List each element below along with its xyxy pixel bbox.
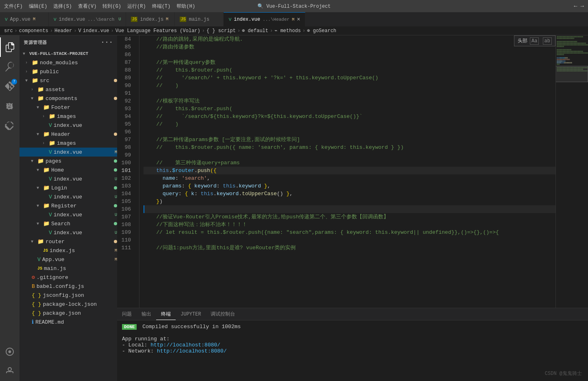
- menu-select[interactable]: 选择(S): [53, 3, 72, 10]
- menu-file[interactable]: 文件(F): [4, 3, 23, 10]
- arrow-icon: ▼: [25, 78, 32, 83]
- jsconfig-file[interactable]: { } jsconfig.json: [20, 291, 117, 300]
- pages-folder[interactable]: ▼ 📁 pages: [20, 157, 117, 165]
- bc-volar[interactable]: Vue Language Features (Volar): [115, 28, 200, 34]
- tab-header-vue[interactable]: V index.vue ...\Header M ×: [224, 12, 305, 26]
- tab-label: index.js: [140, 17, 163, 22]
- package-json-file[interactable]: { } package.json: [20, 309, 117, 318]
- login-index-vue[interactable]: V index.vue U: [20, 192, 117, 201]
- tab-app-vue[interactable]: V App.vue M: [0, 12, 49, 26]
- header-index-vue[interactable]: V index.vue M: [20, 148, 117, 157]
- modified-indicator: [114, 204, 117, 207]
- babel-icon: B: [32, 283, 35, 290]
- components-folder[interactable]: ▼ 📁 components: [20, 94, 117, 103]
- footer-index-vue[interactable]: V index.vue: [20, 121, 117, 130]
- login-folder[interactable]: ▼ 📁 Login: [20, 183, 117, 192]
- back-button[interactable]: ←: [574, 3, 577, 9]
- app-vue-file[interactable]: V App.vue M: [20, 255, 117, 264]
- code-line: params: { keyword: this.keyword },: [144, 182, 555, 190]
- bc-src[interactable]: src: [4, 28, 13, 34]
- bc-script[interactable]: { } script: [207, 28, 236, 34]
- panel-tab-debug-console[interactable]: 调试控制台: [206, 308, 240, 320]
- bc-methods[interactable]: ⌁ methods: [274, 28, 301, 34]
- sidebar-more-button[interactable]: ···: [101, 39, 113, 46]
- bc-gosearch[interactable]: ⊕ goSearch: [307, 28, 336, 34]
- title-bar-title: 🔍 Vue-Full-Stack-Project: [257, 3, 331, 9]
- bc-default[interactable]: ⊕ default: [242, 28, 268, 34]
- done-badge: DONE: [122, 324, 137, 330]
- header-images-folder[interactable]: › 📁 images: [20, 139, 117, 148]
- menu-view[interactable]: 查看(V): [78, 3, 97, 10]
- forward-button[interactable]: →: [581, 3, 584, 9]
- router-index-js[interactable]: JS index.js M: [20, 246, 117, 255]
- menu-help[interactable]: 帮助(H): [176, 3, 195, 10]
- assets-folder[interactable]: › 📁 assets: [20, 85, 117, 94]
- panel-tab-output[interactable]: 输出: [137, 308, 156, 320]
- activity-explorer[interactable]: [0, 37, 20, 57]
- package-lock-file[interactable]: { } package-lock.json: [20, 300, 117, 309]
- public-folder[interactable]: › 📁 public: [20, 67, 117, 76]
- gitignore-file[interactable]: ⚙ .gitignore: [20, 273, 117, 282]
- code-line: // this.$router.push(: [144, 66, 555, 74]
- menu-terminal[interactable]: 终端(T): [152, 3, 171, 10]
- panel-tab-terminal[interactable]: 终端: [156, 308, 176, 320]
- panel-tab-problems[interactable]: 问题: [117, 308, 137, 320]
- menu-run[interactable]: 运行(R): [127, 3, 146, 10]
- router-folder[interactable]: ▼ 📁 router: [20, 237, 117, 246]
- line-num: 111: [117, 244, 134, 252]
- editor-area: 头部 Aa ab 84 85 86 87 88 89: [117, 35, 588, 381]
- activity-git[interactable]: 7: [0, 76, 20, 96]
- header-folder[interactable]: ▼ 📁 Header: [20, 130, 117, 139]
- js-icon: JS: [131, 17, 137, 22]
- main-js-file[interactable]: JS main.js: [20, 264, 117, 273]
- arrow-icon: ▼: [37, 222, 43, 226]
- register-folder[interactable]: ▼ 📁 Register: [20, 201, 117, 210]
- search-index-vue[interactable]: V index.vue U: [20, 228, 117, 237]
- activity-debug[interactable]: [0, 96, 20, 115]
- folder-icon: 📁: [32, 68, 38, 75]
- footer-folder[interactable]: ▼ 📁 Footer: [20, 103, 117, 112]
- bc-file[interactable]: index.vue: [83, 28, 109, 34]
- home-folder[interactable]: ▼ 📁 Home: [20, 165, 117, 174]
- node-modules-folder[interactable]: › 📁 node_modules: [20, 58, 117, 67]
- code-line: query: { k: this.keyword.toUpperCase() }…: [144, 190, 555, 198]
- code-editor[interactable]: 84 85 86 87 88 89 90 91 92 93 94 95: [117, 35, 555, 308]
- tab-modified: M: [166, 17, 168, 22]
- activity-search[interactable]: [0, 57, 20, 76]
- vue-icon: V: [49, 194, 52, 200]
- babel-config-file[interactable]: B babel.config.js: [20, 282, 117, 291]
- tab-close-button[interactable]: ×: [297, 16, 300, 23]
- activity-accounts[interactable]: [0, 361, 20, 381]
- json-icon: { }: [32, 301, 41, 307]
- bc-components[interactable]: components: [19, 28, 48, 34]
- search-folder[interactable]: ▼ 📁 Search: [20, 219, 117, 228]
- menu-goto[interactable]: 转到(G): [102, 3, 121, 10]
- src-folder[interactable]: ▼ 📁 src: [20, 76, 117, 85]
- tab-index-js[interactable]: JS index.js M: [126, 12, 175, 26]
- footer-images-folder[interactable]: › 📁 images: [20, 112, 117, 121]
- terminal-content[interactable]: DONE Compiled successfully in 1002ms App…: [117, 320, 588, 381]
- tab-main-js[interactable]: JS main.js: [175, 12, 224, 26]
- project-root[interactable]: ▼ VUE-FULL-STACK-PROJECT: [20, 49, 117, 58]
- network-url[interactable]: http://localhost:8080/: [157, 348, 227, 354]
- vue-icon: V: [49, 149, 52, 155]
- menu-edit[interactable]: 编辑(E): [29, 3, 48, 10]
- folder-name: Footer: [51, 105, 117, 111]
- tab-search-vue[interactable]: V index.vue ...\Search U: [49, 12, 126, 26]
- activity-extensions[interactable]: [0, 115, 20, 135]
- folder-name: pages: [46, 158, 112, 164]
- breadcrumb: src › components › Header › V index.vue …: [0, 26, 588, 35]
- code-line: //路由的跳转,采用的是编程式导航.: [144, 35, 555, 43]
- readme-file[interactable]: ℹ README.md: [20, 318, 117, 327]
- panel-tab-jupyter[interactable]: JUPYTER: [176, 308, 206, 320]
- modified-indicator: [114, 159, 117, 163]
- folder-icon: 📁: [43, 104, 50, 111]
- line-num: 88: [117, 66, 134, 74]
- activity-remote[interactable]: [0, 342, 20, 361]
- bc-header[interactable]: Header: [54, 28, 72, 34]
- arrow-icon: ›: [25, 70, 32, 74]
- local-url[interactable]: http://localhost:8080/: [150, 342, 220, 348]
- register-index-vue[interactable]: V index.vue U: [20, 210, 117, 219]
- line-num: 92: [117, 97, 134, 105]
- home-index-vue[interactable]: V index.vue U: [20, 174, 117, 183]
